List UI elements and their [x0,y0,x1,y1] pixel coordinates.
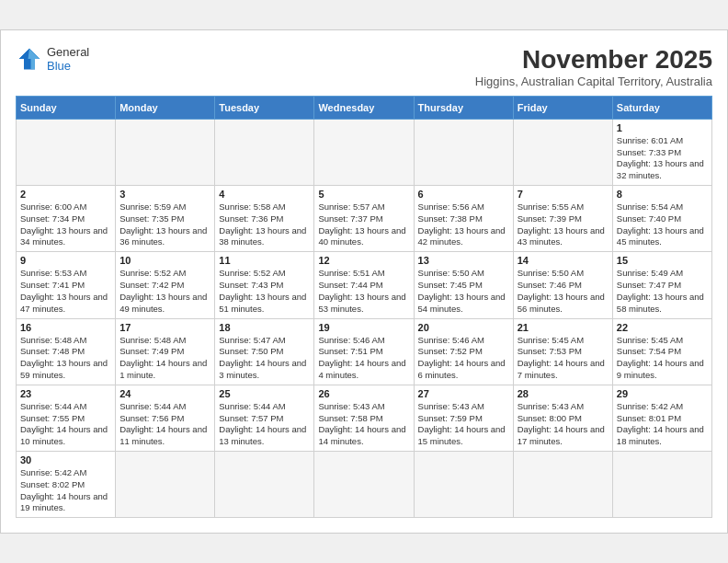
day-info: Sunrise: 6:00 AM Sunset: 7:34 PM Dayligh… [20,201,111,248]
day-info: Sunrise: 5:50 AM Sunset: 7:46 PM Dayligh… [518,268,609,315]
day-info: Sunrise: 5:44 AM Sunset: 7:55 PM Dayligh… [20,401,111,448]
day-cell: 7Sunrise: 5:55 AM Sunset: 7:39 PM Daylig… [513,186,612,252]
day-number: 5 [318,189,409,200]
day-cell: 4Sunrise: 5:58 AM Sunset: 7:36 PM Daylig… [215,186,314,252]
header: General Blue November 2025 Higgins, Aust… [16,45,712,88]
day-info: Sunrise: 5:48 AM Sunset: 7:48 PM Dayligh… [20,335,111,382]
day-info: Sunrise: 6:01 AM Sunset: 7:33 PM Dayligh… [617,135,708,182]
day-number: 14 [518,255,609,266]
day-info: Sunrise: 5:49 AM Sunset: 7:47 PM Dayligh… [617,268,708,315]
day-cell [116,452,215,518]
day-number: 20 [418,322,509,333]
day-number: 8 [617,189,708,200]
day-cell: 20Sunrise: 5:46 AM Sunset: 7:52 PM Dayli… [414,318,513,385]
week-row-3: 16Sunrise: 5:48 AM Sunset: 7:48 PM Dayli… [17,318,712,385]
weekday-header-monday: Monday [116,96,215,119]
day-number: 29 [617,388,708,399]
day-info: Sunrise: 5:42 AM Sunset: 8:01 PM Dayligh… [617,401,708,448]
day-number: 15 [617,255,708,266]
day-number: 28 [518,388,609,399]
day-cell: 27Sunrise: 5:43 AM Sunset: 7:59 PM Dayli… [414,385,513,451]
day-info: Sunrise: 5:46 AM Sunset: 7:51 PM Dayligh… [318,335,409,382]
day-number: 4 [219,189,310,200]
day-cell: 3Sunrise: 5:59 AM Sunset: 7:35 PM Daylig… [116,186,215,252]
day-info: Sunrise: 5:52 AM Sunset: 7:42 PM Dayligh… [119,268,210,315]
day-info: Sunrise: 5:50 AM Sunset: 7:45 PM Dayligh… [418,268,509,315]
day-number: 11 [219,255,310,266]
weekday-header-sunday: Sunday [17,96,116,119]
day-cell [215,452,314,518]
day-info: Sunrise: 5:45 AM Sunset: 7:54 PM Dayligh… [617,335,708,382]
day-number: 21 [518,322,609,333]
day-number: 26 [318,388,409,399]
day-info: Sunrise: 5:46 AM Sunset: 7:52 PM Dayligh… [418,335,509,382]
day-cell [314,452,414,518]
day-info: Sunrise: 5:54 AM Sunset: 7:40 PM Dayligh… [617,201,708,248]
month-title: November 2025 [475,45,712,75]
day-cell: 15Sunrise: 5:49 AM Sunset: 7:47 PM Dayli… [612,252,711,318]
day-info: Sunrise: 5:43 AM Sunset: 7:59 PM Dayligh… [418,401,509,448]
day-cell [414,452,513,518]
week-row-2: 9Sunrise: 5:53 AM Sunset: 7:41 PM Daylig… [17,252,712,318]
day-cell: 16Sunrise: 5:48 AM Sunset: 7:48 PM Dayli… [17,318,116,385]
day-number: 12 [318,255,409,266]
day-cell: 1Sunrise: 6:01 AM Sunset: 7:33 PM Daylig… [612,119,711,185]
day-info: Sunrise: 5:59 AM Sunset: 7:35 PM Dayligh… [119,201,210,248]
day-number: 2 [20,189,111,200]
day-cell: 24Sunrise: 5:44 AM Sunset: 7:56 PM Dayli… [116,385,215,451]
day-info: Sunrise: 5:43 AM Sunset: 7:58 PM Dayligh… [318,401,409,448]
day-cell: 11Sunrise: 5:52 AM Sunset: 7:43 PM Dayli… [215,252,314,318]
day-cell: 12Sunrise: 5:51 AM Sunset: 7:44 PM Dayli… [314,252,414,318]
day-cell [414,119,513,185]
logo: General Blue [16,45,89,74]
day-cell [612,452,711,518]
day-number: 7 [518,189,609,200]
day-number: 1 [617,122,708,133]
day-cell [513,119,612,185]
day-info: Sunrise: 5:55 AM Sunset: 7:39 PM Dayligh… [518,201,609,248]
day-number: 13 [418,255,509,266]
day-cell: 6Sunrise: 5:56 AM Sunset: 7:38 PM Daylig… [414,186,513,252]
weekday-header-saturday: Saturday [612,96,711,119]
day-info: Sunrise: 5:57 AM Sunset: 7:37 PM Dayligh… [318,201,409,248]
day-cell: 9Sunrise: 5:53 AM Sunset: 7:41 PM Daylig… [17,252,116,318]
logo-text: General Blue [47,45,89,74]
day-number: 24 [119,388,210,399]
day-info: Sunrise: 5:51 AM Sunset: 7:44 PM Dayligh… [318,268,409,315]
day-info: Sunrise: 5:45 AM Sunset: 7:53 PM Dayligh… [518,335,609,382]
day-number: 3 [119,189,210,200]
day-cell [17,119,116,185]
day-cell: 29Sunrise: 5:42 AM Sunset: 8:01 PM Dayli… [612,385,711,451]
day-cell: 13Sunrise: 5:50 AM Sunset: 7:45 PM Dayli… [414,252,513,318]
day-info: Sunrise: 5:53 AM Sunset: 7:41 PM Dayligh… [20,268,111,315]
day-cell: 19Sunrise: 5:46 AM Sunset: 7:51 PM Dayli… [314,318,414,385]
day-info: Sunrise: 5:52 AM Sunset: 7:43 PM Dayligh… [219,268,310,315]
day-info: Sunrise: 5:43 AM Sunset: 8:00 PM Dayligh… [518,401,609,448]
day-cell: 21Sunrise: 5:45 AM Sunset: 7:53 PM Dayli… [513,318,612,385]
day-cell: 8Sunrise: 5:54 AM Sunset: 7:40 PM Daylig… [612,186,711,252]
day-number: 9 [20,255,111,266]
day-number: 17 [119,322,210,333]
day-cell: 10Sunrise: 5:52 AM Sunset: 7:42 PM Dayli… [116,252,215,318]
day-cell: 14Sunrise: 5:50 AM Sunset: 7:46 PM Dayli… [513,252,612,318]
day-cell: 26Sunrise: 5:43 AM Sunset: 7:58 PM Dayli… [314,385,414,451]
weekday-header-thursday: Thursday [414,96,513,119]
calendar-table: SundayMondayTuesdayWednesdayThursdayFrid… [16,96,712,519]
day-cell: 17Sunrise: 5:48 AM Sunset: 7:49 PM Dayli… [116,318,215,385]
weekday-header-wednesday: Wednesday [314,96,414,119]
logo-general-text: General [47,45,89,60]
title-block: November 2025 Higgins, Australian Capita… [475,45,712,88]
subtitle: Higgins, Australian Capital Territory, A… [475,75,712,88]
day-info: Sunrise: 5:47 AM Sunset: 7:50 PM Dayligh… [219,335,310,382]
logo-blue-text: Blue [47,59,89,74]
week-row-4: 23Sunrise: 5:44 AM Sunset: 7:55 PM Dayli… [17,385,712,451]
day-number: 16 [20,322,111,333]
day-number: 22 [617,322,708,333]
weekday-header-tuesday: Tuesday [215,96,314,119]
logo-icon [16,45,43,73]
day-info: Sunrise: 5:44 AM Sunset: 7:56 PM Dayligh… [119,401,210,448]
day-info: Sunrise: 5:48 AM Sunset: 7:49 PM Dayligh… [119,335,210,382]
day-cell: 22Sunrise: 5:45 AM Sunset: 7:54 PM Dayli… [612,318,711,385]
calendar-container: General Blue November 2025 Higgins, Aust… [0,29,728,534]
week-row-1: 2Sunrise: 6:00 AM Sunset: 7:34 PM Daylig… [17,186,712,252]
